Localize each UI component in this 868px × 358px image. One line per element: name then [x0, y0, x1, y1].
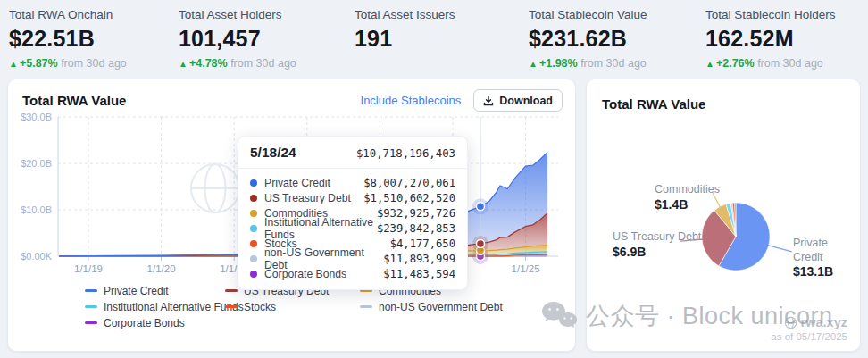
rwa-xyz-logo: rwa.xyz [771, 315, 847, 329]
hover-dot-us-treasury-debt [472, 236, 488, 252]
total-rwa-value-pie-card: Total RWA Value Commodities $1.4B US Tre… [586, 79, 861, 352]
tooltip-row: US Treasury Debt$1,510,602,520 [250, 190, 455, 205]
chart-legend: Private Credit US Treasury Debt Commodit… [8, 284, 575, 329]
stat-total-asset-issuers: Total Asset Issuers 191 [355, 8, 529, 75]
stat-total-asset-holders: Total Asset Holders 101,457 ▲+4.78% from… [179, 8, 355, 75]
pie-leader-line [768, 246, 792, 252]
tooltip-row: Private Credit$8,007,270,061 [250, 175, 455, 190]
rwa-value-pie-chart[interactable] [587, 79, 860, 351]
svg-text:$30.0B: $30.0B [21, 112, 52, 122]
stat-label: Total Asset Issuers [355, 8, 529, 21]
up-arrow-icon: ▲ [705, 59, 714, 69]
stat-total-stablecoin-holders: Total Stablecoin Holders 162.52M ▲+2.76%… [705, 8, 868, 75]
series-dot-icon [250, 179, 257, 187]
up-arrow-icon: ▲ [9, 59, 18, 69]
legend-item-institutional-alternative-funds[interactable]: Institutional Alternative Funds [85, 300, 225, 313]
legend-swatch-icon [225, 289, 238, 293]
as-of-date: as of 05/17/2025 [771, 331, 847, 342]
chart-card-title: Total RWA Value [22, 93, 126, 108]
tooltip-row: non-US Government Debt$11,893,999 [250, 251, 455, 266]
legend-item-non-us-government-debt[interactable]: non-US Government Debt [360, 300, 575, 313]
download-button[interactable]: Download [473, 89, 563, 112]
stat-change: ▲+2.76% from 30d ago [705, 57, 868, 70]
legend-swatch-icon [360, 305, 372, 309]
legend-item-corporate-bonds[interactable]: Corporate Bonds [85, 316, 225, 329]
stat-value: 162.52M [705, 26, 868, 52]
tooltip-total-value: $10,718,196,403 [356, 147, 455, 160]
svg-text:1/1/20: 1/1/20 [147, 263, 176, 274]
chart-tooltip: 5/18/24 $10,718,196,403 Private Credit$8… [238, 136, 468, 290]
tooltip-divider [238, 168, 467, 169]
stat-value: 101,457 [179, 26, 355, 52]
stat-change: ▲+5.87% from 30d ago [9, 57, 179, 70]
legend-item-stocks[interactable]: Stocks [225, 300, 360, 313]
include-stablecoins-link[interactable]: Include Stablecoins [361, 94, 462, 107]
stats-bar: Total RWA Onchain $22.51B ▲+5.87% from 3… [0, 0, 868, 75]
chart-globe-watermark [191, 164, 239, 212]
series-dot-icon [250, 225, 257, 232]
stat-change: ▲+1.98% from 30d ago [529, 57, 705, 70]
legend-swatch-icon [225, 305, 238, 309]
up-arrow-icon: ▲ [179, 59, 188, 69]
stat-label: Total Asset Holders [179, 8, 355, 21]
stat-value: $231.62B [529, 26, 705, 52]
svg-text:1/1/25: 1/1/25 [512, 263, 540, 274]
svg-text:$10.0B: $10.0B [21, 204, 52, 215]
legend-swatch-icon [85, 305, 97, 309]
up-arrow-icon: ▲ [529, 59, 538, 69]
stat-label: Total Stablecoin Holders [705, 8, 868, 21]
svg-text:$0.00K: $0.00K [21, 251, 53, 262]
series-dot-icon [250, 240, 257, 247]
pie-card-footer: rwa.xyz as of 05/17/2025 [771, 315, 847, 342]
total-rwa-value-chart-card: Total RWA Value Include Stablecoins Down… [7, 79, 576, 352]
series-dot-icon [250, 195, 257, 202]
pie-callout-commodities: Commodities $1.4B [655, 183, 720, 212]
svg-text:1/1/19: 1/1/19 [74, 263, 103, 274]
stat-label: Total RWA Onchain [9, 8, 179, 21]
hover-dot-private-credit [472, 198, 488, 214]
globe-icon [784, 316, 797, 329]
download-icon [483, 96, 494, 106]
stat-value: $22.51B [9, 26, 179, 52]
legend-swatch-icon [85, 289, 97, 293]
stat-value: 191 [355, 26, 529, 52]
stat-total-stablecoin-value: Total Stablecoin Value $231.62B ▲+1.98% … [529, 8, 705, 75]
stat-label: Total Stablecoin Value [529, 8, 705, 21]
legend-item-private-credit[interactable]: Private Credit [85, 284, 225, 297]
tooltip-row: Institutional Alternative Funds$239,842,… [250, 221, 455, 236]
stat-total-rwa-onchain: Total RWA Onchain $22.51B ▲+5.87% from 3… [9, 8, 179, 75]
stat-change: ▲+4.78% from 30d ago [179, 57, 355, 70]
series-dot-icon [250, 255, 257, 262]
svg-text:$20.0B: $20.0B [21, 158, 52, 169]
series-dot-icon [250, 210, 257, 217]
series-dot-icon [250, 271, 257, 278]
pie-callout-us-treasury-debt: US Treasury Debt $6.9B [613, 230, 701, 260]
pie-callout-private-credit: Private Credit $13.1B [793, 237, 860, 280]
legend-swatch-icon [85, 321, 97, 325]
tooltip-date: 5/18/24 [250, 145, 296, 161]
